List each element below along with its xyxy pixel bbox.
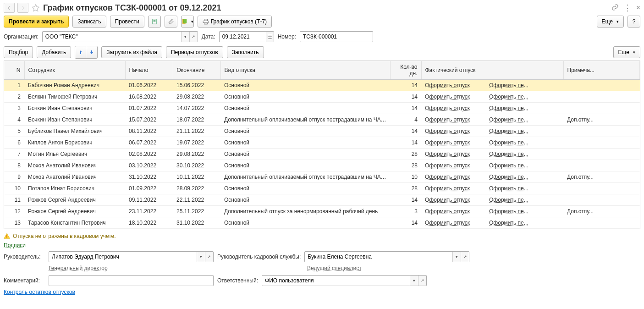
- vacation-periods-button[interactable]: Периоды отпусков: [166, 46, 223, 58]
- create-period-link[interactable]: Оформить пе...: [489, 151, 528, 157]
- date-input[interactable]: [220, 32, 266, 42]
- table-more-button[interactable]: Еще: [613, 46, 640, 58]
- table-row[interactable]: 7Мотин Илья Сергеевич02.08.202229.08.202…: [4, 149, 640, 160]
- create-period-link[interactable]: Оформить пе...: [489, 197, 528, 203]
- table-row[interactable]: 8Мохов Анатолий Иванович03.10.202230.10.…: [4, 160, 640, 171]
- create-period-link[interactable]: Оформить пе...: [489, 82, 528, 88]
- create-vacation-link[interactable]: Оформить отпуск: [425, 116, 470, 123]
- col-end[interactable]: Окончание: [173, 61, 220, 80]
- col-type[interactable]: Вид отпуска: [220, 61, 390, 80]
- create-vacation-link[interactable]: Оформить отпуск: [425, 94, 470, 100]
- col-n[interactable]: N: [4, 61, 24, 80]
- cell-fact-period: Оформить пе...: [485, 206, 563, 217]
- hr-input[interactable]: [305, 252, 452, 262]
- template-icon-button[interactable]: [181, 16, 194, 28]
- favorite-icon[interactable]: [31, 3, 40, 12]
- create-period-link[interactable]: Оформить пе...: [489, 128, 528, 134]
- kebab-icon[interactable]: ⋮: [623, 5, 632, 11]
- move-down-button[interactable]: [86, 46, 97, 58]
- table-row[interactable]: 1Бабочкин Роман Андреевич01.06.202215.06…: [4, 80, 640, 91]
- nav-back-button[interactable]: [4, 3, 15, 13]
- nav-forward-button[interactable]: [17, 3, 28, 13]
- col-note[interactable]: Примеча...: [563, 61, 640, 80]
- table-row[interactable]: 12Рожков Сергей Андреевич23.11.202225.11…: [4, 206, 640, 217]
- add-row-button[interactable]: Добавить: [37, 46, 71, 58]
- table-row[interactable]: 5Бубликов Павел Михайлович08.11.202221.1…: [4, 126, 640, 137]
- resp-input[interactable]: [262, 276, 410, 286]
- create-vacation-link[interactable]: Оформить отпуск: [425, 174, 470, 180]
- col-days[interactable]: Кол-во дн.: [390, 61, 421, 80]
- head-position-link[interactable]: Генеральный директор: [49, 265, 108, 271]
- create-period-link[interactable]: Оформить пе...: [489, 139, 528, 146]
- table-row[interactable]: 10Потапов Игнат Борисович01.09.202228.09…: [4, 183, 640, 194]
- resp-open-button[interactable]: ↗: [418, 276, 426, 286]
- cell-end: 19.07.2022: [173, 137, 220, 149]
- table-row[interactable]: 9Мохов Анатолий Иванович31.10.202210.11.…: [4, 171, 640, 183]
- table-row[interactable]: 13Тарасов Константин Петрович18.10.20223…: [4, 217, 640, 229]
- create-period-link[interactable]: Оформить пе...: [489, 116, 528, 123]
- hr-dropdown-button[interactable]: ▾: [452, 252, 461, 262]
- col-start[interactable]: Начало: [125, 61, 173, 80]
- select-employees-button[interactable]: Подбор: [4, 46, 33, 58]
- org-open-button[interactable]: ↗: [189, 32, 198, 42]
- create-vacation-link[interactable]: Оформить отпуск: [425, 162, 470, 169]
- save-button[interactable]: Записать: [72, 16, 106, 28]
- create-vacation-link[interactable]: Оформить отпуск: [425, 128, 470, 134]
- help-button[interactable]: ?: [627, 16, 640, 28]
- cell-start: 09.11.2022: [125, 194, 173, 206]
- create-vacation-link[interactable]: Оформить отпуск: [425, 185, 470, 192]
- table-row[interactable]: 2Белкин Тимофей Петрович16.08.202229.08.…: [4, 91, 640, 103]
- comment-input[interactable]: [49, 276, 213, 286]
- hr-open-button[interactable]: ↗: [461, 252, 469, 262]
- hr-position-link[interactable]: Ведущий специалист: [307, 265, 362, 271]
- table-row[interactable]: 4Бочкин Иван Степанович15.07.202218.07.2…: [4, 114, 640, 126]
- col-fact[interactable]: Фактический отпуск: [421, 61, 485, 80]
- create-vacation-link[interactable]: Оформить отпуск: [425, 197, 470, 203]
- table-row[interactable]: 3Бочкин Иван Степанович01.07.202214.07.2…: [4, 103, 640, 114]
- load-from-file-button[interactable]: Загрузить из файла: [101, 46, 162, 58]
- cell-n: 2: [4, 91, 24, 103]
- post-button[interactable]: Провести: [110, 16, 144, 28]
- create-vacation-link[interactable]: Оформить отпуск: [425, 105, 470, 111]
- print-button[interactable]: График отпусков (Т-7): [198, 16, 272, 28]
- org-input[interactable]: [43, 32, 181, 42]
- create-vacation-link[interactable]: Оформить отпуск: [425, 139, 470, 146]
- cell-employee: Мотин Илья Сергеевич: [24, 149, 125, 160]
- number-input[interactable]: [300, 32, 373, 42]
- cell-employee: Потапов Игнат Борисович: [24, 183, 125, 194]
- head-dropdown-button[interactable]: ▾: [197, 252, 205, 262]
- create-vacation-link[interactable]: Оформить отпуск: [425, 220, 470, 226]
- more-button[interactable]: Еще: [597, 16, 624, 28]
- post-and-close-button[interactable]: Провести и закрыть: [4, 16, 69, 28]
- link-icon[interactable]: [611, 4, 619, 12]
- col-employee[interactable]: Сотрудник: [24, 61, 125, 80]
- table-row[interactable]: 6Киплов Антон Борисович06.07.202219.07.2…: [4, 137, 640, 149]
- close-icon[interactable]: ×: [636, 4, 640, 12]
- create-period-link[interactable]: Оформить пе...: [489, 162, 528, 169]
- date-picker-button[interactable]: [266, 32, 274, 42]
- head-input[interactable]: [49, 252, 197, 262]
- vacation-table[interactable]: N Сотрудник Начало Окончание Вид отпуска…: [4, 61, 640, 229]
- resp-dropdown-button[interactable]: ▾: [410, 276, 418, 286]
- create-period-link[interactable]: Оформить пе...: [489, 220, 528, 226]
- move-up-button[interactable]: [75, 46, 86, 58]
- attach-icon-button[interactable]: [165, 16, 177, 28]
- create-period-link[interactable]: Оформить пе...: [489, 105, 528, 111]
- cell-type: Дополнительный оплачиваемый отпуск постр…: [220, 114, 390, 126]
- table-row[interactable]: 11Рожков Сергей Андреевич09.11.202222.11…: [4, 194, 640, 206]
- report-icon-button[interactable]: [148, 16, 161, 28]
- create-period-link[interactable]: Оформить пе...: [489, 208, 528, 215]
- create-vacation-link[interactable]: Оформить отпуск: [425, 208, 470, 215]
- create-vacation-link[interactable]: Оформить отпуск: [425, 82, 470, 88]
- signatures-link[interactable]: Подписи: [4, 242, 26, 248]
- create-vacation-link[interactable]: Оформить отпуск: [425, 151, 470, 157]
- control-link[interactable]: Контроль остатков отпусков: [4, 289, 75, 295]
- org-dropdown-button[interactable]: ▾: [181, 32, 189, 42]
- cell-fact-vacation: Оформить отпуск: [421, 194, 485, 206]
- create-period-link[interactable]: Оформить пе...: [489, 174, 528, 180]
- create-period-link[interactable]: Оформить пе...: [489, 94, 528, 100]
- fill-button[interactable]: Заполнить: [227, 46, 264, 58]
- col-fact-2[interactable]: [485, 61, 563, 80]
- head-open-button[interactable]: ↗: [205, 252, 213, 262]
- create-period-link[interactable]: Оформить пе...: [489, 185, 528, 192]
